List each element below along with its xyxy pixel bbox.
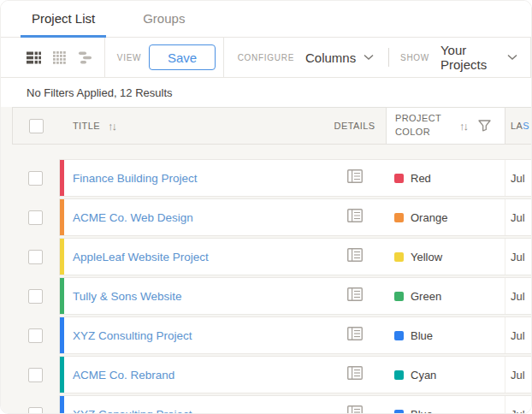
column-header-title[interactable]: TITLE ↑↓: [60, 120, 323, 133]
last-column-label-fragment-blue: S: [523, 121, 529, 131]
table-header: TITLE ↑↓ DETAILS PROJECT COLOR ↑↓ LAS: [12, 107, 531, 145]
project-color-swatch: [394, 370, 404, 380]
chevron-down-icon: [507, 54, 517, 61]
column-header-project-color[interactable]: PROJECT COLOR ↑↓: [386, 108, 505, 144]
sort-icon[interactable]: ↑↓: [459, 120, 467, 133]
details-icon[interactable]: [347, 327, 363, 344]
table-spacer: [12, 145, 531, 159]
project-color-swatch: [394, 410, 404, 414]
columns-dropdown[interactable]: Columns: [305, 50, 374, 65]
project-title-link[interactable]: ACME Co. Rebrand: [64, 369, 323, 381]
project-color-name: Green: [411, 290, 441, 303]
details-icon[interactable]: [347, 169, 363, 186]
tab-groups[interactable]: Groups: [132, 1, 196, 38]
show-dropdown[interactable]: Your Projects: [440, 43, 517, 72]
project-color-column-label: PROJECT COLOR: [395, 112, 441, 139]
tab-groups-label: Groups: [143, 11, 185, 26]
project-color-name: Blue: [411, 408, 433, 414]
project-title-link[interactable]: XYZ Consulting Project: [64, 329, 323, 342]
details-column-label: DETAILS: [334, 121, 375, 131]
project-table: TITLE ↑↓ DETAILS PROJECT COLOR ↑↓ LAS: [1, 107, 531, 414]
details-icon[interactable]: [347, 248, 363, 265]
project-title-link[interactable]: AppleLeaf Website Project: [64, 251, 323, 263]
row-checkbox[interactable]: [28, 407, 43, 414]
tab-bar: Project List Groups: [1, 1, 531, 38]
last-updated-fragment: Jul: [511, 329, 525, 342]
table-row: Tully & Sons Website: [12, 277, 531, 315]
project-color-swatch: [394, 252, 404, 262]
table-row: ACME Co. Rebrand: [12, 356, 531, 393]
sort-icon[interactable]: ↑↓: [108, 120, 115, 133]
last-column-label-fragment: LA: [511, 121, 523, 131]
project-list-window: Project List Groups: [0, 0, 532, 414]
show-label: SHOW: [400, 53, 429, 62]
row-checkbox[interactable]: [28, 289, 43, 304]
table-view-icon[interactable]: [27, 51, 41, 64]
table-row: ACME Co. Web Design: [12, 198, 531, 236]
last-updated-fragment: Jul: [511, 290, 525, 303]
project-color-name: Blue: [411, 329, 433, 342]
project-color-name: Orange: [411, 211, 447, 224]
column-header-last[interactable]: LAS: [505, 121, 531, 131]
table-body: Finance Building Project: [12, 159, 531, 414]
project-title-link[interactable]: Finance Building Project: [64, 172, 323, 185]
table-row: XYZ Consulting Project: [12, 316, 531, 354]
filter-funnel-icon[interactable]: [478, 120, 491, 132]
filter-summary-text: No Filters Applied, 12 Results: [27, 86, 173, 99]
row-checkbox[interactable]: [28, 210, 43, 225]
project-color-swatch: [394, 331, 404, 340]
row-checkbox[interactable]: [28, 368, 43, 382]
project-title-link[interactable]: ACME Co. Web Design: [64, 211, 323, 224]
project-color-swatch: [394, 174, 404, 183]
last-updated-fragment: Jul: [511, 369, 525, 381]
show-dropdown-value: Your Projects: [440, 43, 499, 72]
last-updated-fragment: Jul: [511, 172, 525, 185]
table-row: XYZ Consulting Project: [12, 395, 531, 414]
view-label: VIEW: [117, 53, 141, 62]
filter-summary-bar: No Filters Applied, 12 Results: [1, 78, 531, 107]
project-color-swatch: [394, 213, 404, 222]
grid-view-icon[interactable]: [53, 51, 66, 64]
project-color-name: Yellow: [411, 251, 442, 263]
toolbar: VIEW Save CONFIGURE Columns SHOW Your Pr…: [1, 38, 531, 78]
toolbar-divider: [530, 38, 531, 77]
toolbar-divider: [388, 48, 389, 67]
save-button[interactable]: Save: [149, 44, 216, 70]
details-icon[interactable]: [347, 209, 363, 226]
gantt-view-icon[interactable]: [78, 51, 92, 64]
details-icon[interactable]: [347, 405, 363, 414]
tab-project-list-label: Project List: [32, 11, 95, 26]
table-row: Finance Building Project: [12, 159, 531, 197]
row-checkbox[interactable]: [28, 250, 43, 264]
toolbar-divider: [104, 38, 105, 77]
last-updated-fragment: Jul: [511, 251, 525, 263]
title-column-label: TITLE: [73, 121, 100, 131]
columns-dropdown-value: Columns: [305, 50, 356, 65]
project-title-link[interactable]: Tully & Sons Website: [64, 290, 323, 303]
view-switcher: [27, 51, 92, 64]
details-icon[interactable]: [347, 287, 363, 305]
project-color-name: Red: [411, 172, 431, 185]
chevron-down-icon: [364, 54, 374, 61]
details-icon[interactable]: [347, 366, 363, 383]
project-color-swatch: [394, 292, 404, 301]
tab-project-list[interactable]: Project List: [21, 1, 106, 38]
row-checkbox[interactable]: [28, 328, 43, 343]
header-checkbox-cell: [13, 119, 60, 133]
last-updated-fragment: Jul: [511, 408, 525, 414]
project-title-link[interactable]: XYZ Consulting Project: [64, 408, 323, 414]
last-updated-fragment: Jul: [511, 211, 525, 224]
row-checkbox[interactable]: [28, 171, 43, 186]
toolbar-divider: [223, 38, 224, 77]
project-color-name: Cyan: [411, 369, 436, 381]
table-row: AppleLeaf Website Project: [12, 238, 531, 275]
configure-label: CONFIGURE: [238, 53, 294, 62]
select-all-checkbox[interactable]: [29, 119, 44, 133]
column-header-details[interactable]: DETAILS: [323, 121, 386, 131]
